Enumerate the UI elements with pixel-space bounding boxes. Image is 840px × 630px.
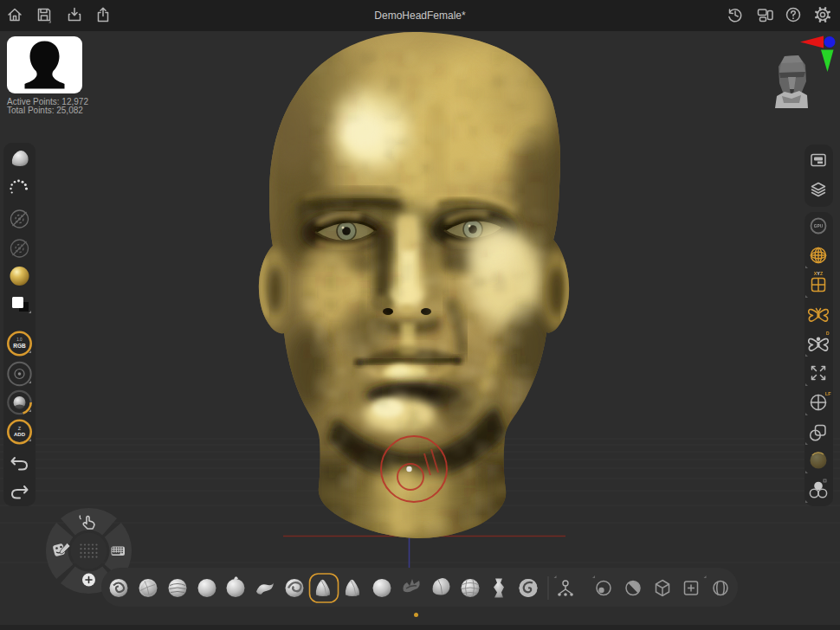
svg-text:ADD: ADD (14, 432, 26, 437)
svg-text:GPU: GPU (814, 224, 824, 228)
svg-text:XYZ: XYZ (814, 271, 824, 276)
svg-text:D: D (826, 331, 830, 336)
svg-text:Z: Z (18, 426, 22, 431)
svg-text:LF: LF (825, 391, 831, 396)
svg-text:1.0: 1.0 (16, 338, 23, 342)
svg-text:RGB: RGB (13, 343, 26, 349)
